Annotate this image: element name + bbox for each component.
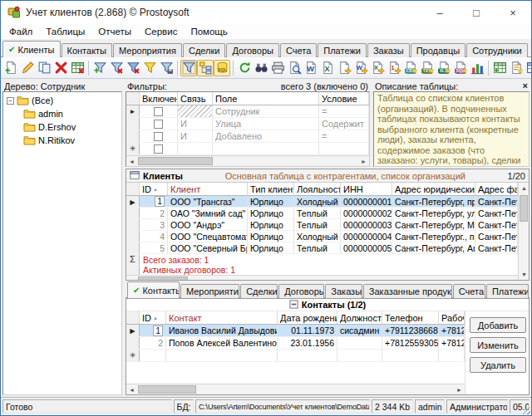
- detail-tab[interactable]: Мероприятия: [180, 284, 239, 298]
- clients-column-header[interactable]: ID▲: [140, 183, 168, 195]
- clients-column-header[interactable]: Клиент: [168, 183, 248, 195]
- copy-record-icon[interactable]: [36, 60, 52, 76]
- contact-new-row[interactable]: ✳: [126, 350, 465, 362]
- clients-column-header[interactable]: Лояльность: [294, 183, 341, 195]
- tree-node-n-ritikov[interactable]: N.Ritikov: [3, 134, 121, 147]
- filter-condition-cell[interactable]: =: [319, 130, 369, 142]
- main-tab[interactable]: Заказы: [367, 43, 410, 57]
- scroll-track[interactable]: [137, 276, 507, 281]
- search-icon[interactable]: [253, 60, 269, 76]
- filter-row[interactable]: ИДобавлено=: [126, 130, 369, 143]
- filter-link-cell[interactable]: [178, 105, 213, 117]
- delete-table-record-icon[interactable]: [69, 60, 86, 76]
- filter-link-cell[interactable]: И: [178, 118, 213, 130]
- report-template-icon[interactable]: [508, 60, 525, 76]
- clients-column-header[interactable]: Адрес фа: [475, 183, 518, 195]
- clients-vertical-scrollbar[interactable]: ▲ ▼: [518, 183, 529, 280]
- chart-icon[interactable]: [469, 60, 485, 76]
- scroll-left-icon[interactable]: ◄: [126, 276, 137, 281]
- filter-field-cell[interactable]: Улица: [213, 118, 319, 130]
- main-tab[interactable]: Сотрудники: [466, 43, 528, 57]
- filter-link-cell[interactable]: И: [178, 130, 213, 142]
- contact-row[interactable]: 2Попов Алексей Валентинович23.01.1956+78…: [126, 337, 465, 350]
- filter-row[interactable]: ►Сотрудник=: [126, 105, 369, 118]
- filter-field-cell[interactable]: Добавлено: [213, 130, 319, 142]
- edit-button[interactable]: Изменить: [470, 337, 526, 353]
- print-icon[interactable]: [269, 60, 286, 76]
- tree-node-root[interactable]: −(Все): [3, 94, 121, 107]
- maximize-button[interactable]: □: [458, 1, 495, 24]
- clear-filters-icon[interactable]: [125, 60, 141, 76]
- export-doc-icon[interactable]: [336, 60, 352, 76]
- filter-field-cell[interactable]: Сотрудник: [213, 105, 319, 117]
- detail-tab[interactable]: Заказы: [325, 284, 362, 298]
- import-data-icon[interactable]: [491, 60, 508, 76]
- contacts-column-header[interactable]: ID▲: [140, 311, 166, 324]
- delete-button[interactable]: Удалить: [470, 357, 526, 373]
- scroll-track[interactable]: [137, 384, 454, 394]
- menu-item-help[interactable]: Помощь: [184, 25, 234, 38]
- contacts-column-header[interactable]: Должность: [337, 311, 382, 324]
- menu-item-file[interactable]: Файл: [2, 25, 39, 38]
- detail-tab[interactable]: Договоры: [278, 284, 324, 298]
- toggle-filter-panel-icon[interactable]: [180, 60, 197, 76]
- filter-checkbox[interactable]: [154, 132, 163, 141]
- menu-item-tables[interactable]: Таблицы: [39, 25, 91, 38]
- clients-column-header[interactable]: Адрес юридический: [392, 183, 475, 195]
- client-row[interactable]: 4ООО "Спецавтомат"ЮрлицоХолодный00000000…: [126, 231, 518, 242]
- filter-checkbox[interactable]: [154, 120, 163, 129]
- save-filter-icon[interactable]: [158, 60, 175, 76]
- client-row[interactable]: 2ОАО "Зимний сад"ЮрлицоТеплый0000000002С…: [126, 208, 518, 219]
- export-txt-icon[interactable]: TXT: [419, 60, 436, 76]
- scroll-left-icon[interactable]: ◄: [126, 156, 137, 167]
- export-data-icon[interactable]: 1: [386, 60, 402, 76]
- open-in-word-icon[interactable]: W: [303, 60, 319, 76]
- delete-filter-icon[interactable]: [108, 60, 125, 76]
- delete-record-icon[interactable]: [52, 60, 69, 76]
- open-in-excel-icon[interactable]: X: [319, 60, 336, 76]
- export-word-icon[interactable]: W: [352, 60, 369, 76]
- clients-column-header[interactable]: Тип клиента: [248, 183, 294, 195]
- add-button[interactable]: Добавить: [470, 317, 526, 333]
- filter-checkbox[interactable]: [154, 107, 163, 116]
- collapse-panel-icon[interactable]: [289, 300, 298, 311]
- export-csv-icon[interactable]: CSV: [402, 60, 419, 76]
- scroll-track[interactable]: [137, 156, 358, 166]
- filter-condition-cell[interactable]: =: [319, 105, 369, 117]
- filter-checkbox[interactable]: [154, 144, 163, 154]
- export-sql-icon[interactable]: SQL: [452, 60, 469, 76]
- refresh-icon[interactable]: [236, 60, 253, 76]
- close-button[interactable]: ×: [495, 1, 531, 24]
- contacts-column-header[interactable]: Контакт: [166, 311, 278, 324]
- main-tab[interactable]: Платежи: [318, 43, 367, 57]
- scroll-thumb[interactable]: [138, 277, 188, 281]
- contacts-column-header[interactable]: Телефон: [382, 311, 439, 324]
- scroll-right-icon[interactable]: ►: [507, 276, 518, 281]
- minimize-button[interactable]: –: [421, 1, 458, 24]
- contacts-column-header[interactable]: Рабочий те: [439, 311, 465, 324]
- tree-expander-icon[interactable]: −: [7, 97, 14, 105]
- edit-record-icon[interactable]: [19, 60, 36, 76]
- detail-tab[interactable]: Платежи: [486, 284, 529, 298]
- contacts-column-header[interactable]: Дата рождения: [278, 311, 337, 324]
- main-tab[interactable]: Продавцы: [411, 43, 466, 57]
- menu-item-service[interactable]: Сервис: [138, 25, 184, 38]
- detail-tab[interactable]: Счета: [453, 284, 485, 298]
- clients-horizontal-scrollbar[interactable]: ◄►: [126, 275, 518, 281]
- scroll-up-icon[interactable]: ▲: [519, 183, 530, 193]
- scroll-thumb[interactable]: [138, 385, 196, 394]
- export-excel-icon[interactable]: X: [369, 60, 386, 76]
- toggle-sql-panel-icon[interactable]: SQL: [214, 60, 230, 76]
- main-tab[interactable]: Контакты: [62, 43, 113, 57]
- add-record-icon[interactable]: [2, 60, 19, 76]
- detail-tab[interactable]: Заказанные продукты: [363, 284, 452, 298]
- scroll-left-icon[interactable]: ◄: [126, 384, 137, 395]
- clients-column-header[interactable]: ИНН: [341, 183, 392, 195]
- scroll-thumb[interactable]: [138, 157, 213, 165]
- detail-tab[interactable]: Сделки: [240, 284, 278, 298]
- main-tab[interactable]: Счета: [280, 43, 317, 57]
- tree-node-d-ershov[interactable]: D.Ershov: [3, 120, 121, 134]
- contacts-horizontal-scrollbar[interactable]: ◄►: [126, 384, 465, 394]
- client-row[interactable]: 3ООО "Андрэ"ЮрлицоТеплый0000000003Санкт-…: [126, 219, 518, 231]
- detail-tab[interactable]: ✔Контакты: [127, 281, 180, 298]
